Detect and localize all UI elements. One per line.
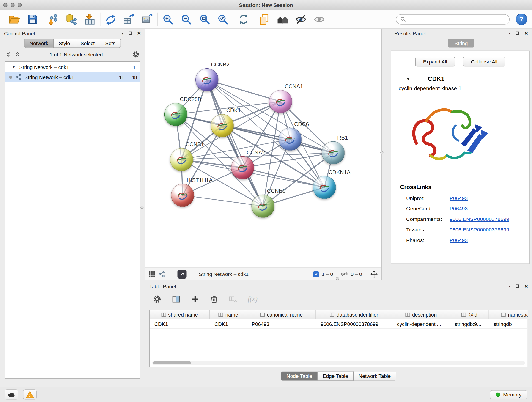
network-node-ccne1[interactable] [251, 195, 274, 218]
collapse-all-button[interactable]: Collapse All [463, 57, 505, 66]
expand-all-networks-icon[interactable] [15, 51, 20, 57]
tab-style[interactable]: Style [54, 39, 75, 48]
select-columns-button[interactable] [172, 295, 181, 304]
import-network-file-button[interactable] [45, 12, 61, 27]
table-cell[interactable]: P06493 [247, 319, 316, 328]
network-from-selection-button[interactable] [103, 12, 119, 27]
table-column-header[interactable]: @id [450, 310, 489, 319]
expand-all-button[interactable]: Expand All [415, 57, 455, 66]
network-overview-button[interactable] [158, 271, 165, 277]
zoom-in-button[interactable] [160, 12, 176, 27]
delete-table-button[interactable] [229, 295, 238, 303]
panel-float-icon[interactable] [516, 32, 519, 35]
fit-selected-button[interactable] [370, 270, 378, 278]
vertical-splitter[interactable] [382, 29, 390, 280]
scrollbar-thumb[interactable] [153, 361, 191, 364]
right-splitter-handle[interactable] [380, 151, 383, 154]
save-session-button[interactable] [25, 12, 40, 27]
export-image-button[interactable] [139, 12, 155, 27]
panel-close-icon[interactable]: × [525, 283, 528, 289]
network-node-hist1h1a[interactable] [171, 184, 194, 207]
table-column-header[interactable]: database identifier [316, 310, 392, 319]
memory-button[interactable]: Memory [490, 390, 527, 399]
search-box[interactable] [396, 14, 510, 24]
table-row[interactable]: CDK1CDK1P064939606.ENSP00000378699cyclin… [150, 319, 528, 329]
table-settings-button[interactable] [152, 295, 162, 304]
table-cell[interactable]: CDK1 [210, 319, 247, 328]
network-canvas[interactable]: CCNB2CCNA1CDC25BCDK1CDC6RB1CCNB1CCNA2CDK… [145, 29, 381, 268]
crosslink-link[interactable]: P06493 [450, 206, 468, 212]
hidden-eye-icon[interactable] [341, 270, 348, 278]
tab-network-table[interactable]: Network Table [354, 371, 396, 381]
help-button[interactable]: ? [516, 13, 527, 25]
network-node-cdkn1a[interactable] [313, 176, 336, 199]
network-collection-row[interactable]: ▼ String Network – cdk1 1 [5, 62, 140, 72]
network-node-cdc25b[interactable] [164, 103, 187, 126]
crosslink-link[interactable]: 9606.ENSP00000378699 [450, 227, 509, 233]
tab-node-table[interactable]: Node Table [281, 371, 317, 381]
crosslink-link[interactable]: P06493 [450, 237, 468, 243]
open-session-button[interactable] [6, 12, 22, 27]
selected-checkbox-icon[interactable] [313, 271, 319, 277]
clone-network-button[interactable] [121, 12, 137, 27]
panel-float-icon[interactable] [516, 284, 519, 288]
minimize-window-button[interactable] [11, 3, 15, 7]
crosslink-link[interactable]: P06493 [450, 195, 468, 201]
zoom-window-button[interactable] [18, 3, 22, 7]
crosslink-link[interactable]: 9606.ENSP00000378699 [450, 216, 509, 222]
table-cell[interactable]: 9606.ENSP00000378699 [316, 319, 392, 328]
grid-view-button[interactable] [149, 271, 155, 277]
show-all-button[interactable] [311, 12, 327, 27]
tab-sets[interactable]: Sets [100, 39, 121, 48]
table-cell[interactable]: CDK1 [150, 319, 210, 328]
table-column-header[interactable]: shared name [150, 310, 210, 319]
panel-close-icon[interactable]: × [525, 30, 528, 36]
panel-close-icon[interactable]: × [137, 30, 141, 36]
table-column-header[interactable]: namespace [489, 310, 528, 319]
function-builder-button[interactable]: f(x) [248, 295, 258, 303]
network-node-ccnb1[interactable] [170, 148, 193, 171]
delete-column-button[interactable] [210, 295, 219, 304]
close-window-button[interactable] [3, 3, 7, 7]
cloud-button[interactable] [5, 389, 18, 400]
tab-edge-table[interactable]: Edge Table [317, 371, 354, 381]
import-network-database-button[interactable] [64, 12, 79, 27]
table-column-header[interactable]: canonical name [247, 310, 316, 319]
zoom-out-button[interactable] [178, 12, 194, 27]
zoom-selected-button[interactable] [215, 12, 231, 27]
zoom-fit-button[interactable] [197, 12, 212, 27]
network-node-cdk1[interactable] [211, 114, 234, 137]
table-cell[interactable]: stringdb [489, 319, 528, 328]
tab-network[interactable]: Network [24, 39, 54, 48]
network-options-gear-icon[interactable] [132, 51, 139, 58]
panel-menu-icon[interactable]: ▾ [509, 31, 511, 35]
collapse-all-networks-icon[interactable] [6, 51, 11, 57]
tab-select[interactable]: Select [75, 39, 100, 48]
network-node-cdc6[interactable] [279, 128, 302, 151]
table-cell[interactable]: cyclin-dependent ... [392, 319, 450, 328]
home-button[interactable] [275, 12, 291, 27]
network-node-ccna2[interactable] [231, 156, 254, 179]
open-in-window-button[interactable] [177, 269, 187, 279]
table-horizontal-scrollbar[interactable] [152, 361, 525, 365]
panel-float-icon[interactable] [129, 32, 132, 35]
table-column-header[interactable]: name [210, 310, 247, 319]
network-row-selected[interactable]: String Network – cdk1 11 48 [5, 72, 140, 82]
import-table-button[interactable] [82, 12, 98, 27]
warnings-button[interactable] [23, 389, 37, 400]
collection-expand-icon[interactable]: ▼ [12, 65, 16, 69]
network-node-ccnb2[interactable] [196, 68, 219, 91]
table-cell[interactable]: stringdb:9... [450, 319, 489, 328]
bottom-splitter-handle[interactable] [336, 277, 339, 280]
network-edge[interactable] [207, 80, 263, 206]
panel-menu-icon[interactable]: ▾ [509, 284, 511, 288]
network-node-ccna1[interactable] [269, 90, 292, 113]
tab-string[interactable]: String [448, 39, 474, 47]
network-node-rb1[interactable] [322, 141, 345, 164]
copy-document-button[interactable] [257, 12, 272, 27]
network-edge[interactable] [183, 195, 263, 206]
add-column-button[interactable] [191, 295, 200, 304]
table-column-header[interactable]: description [392, 310, 450, 319]
search-input[interactable] [409, 17, 505, 22]
panel-menu-icon[interactable]: ▾ [122, 31, 124, 35]
